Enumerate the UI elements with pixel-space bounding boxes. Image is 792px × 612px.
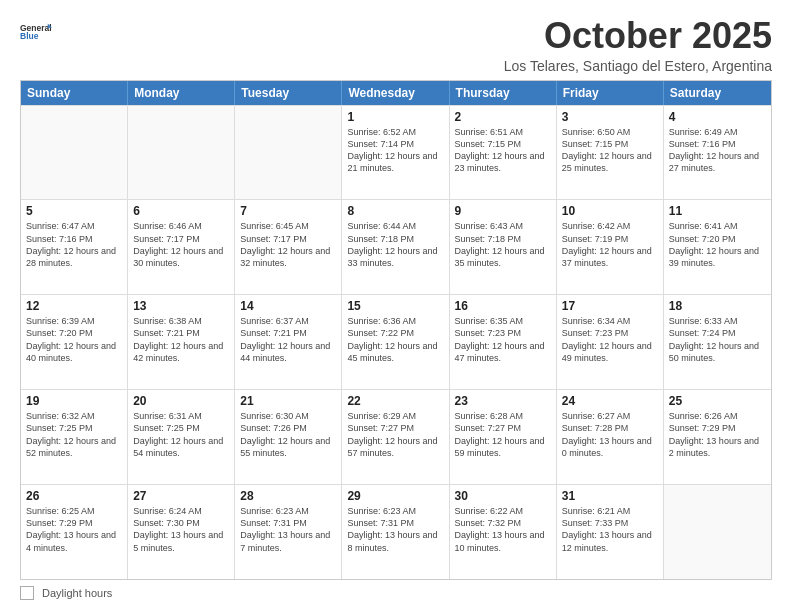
cal-header-sunday: Sunday — [21, 81, 128, 105]
day-number: 22 — [347, 394, 443, 408]
day-info: Sunrise: 6:50 AM Sunset: 7:15 PM Dayligh… — [562, 126, 658, 175]
cal-day-20: 20Sunrise: 6:31 AM Sunset: 7:25 PM Dayli… — [128, 390, 235, 484]
cal-day-empty — [235, 106, 342, 200]
cal-day-empty — [128, 106, 235, 200]
page: General Blue October 2025 Los Telares, S… — [0, 0, 792, 612]
day-info: Sunrise: 6:45 AM Sunset: 7:17 PM Dayligh… — [240, 220, 336, 269]
day-number: 25 — [669, 394, 766, 408]
cal-day-13: 13Sunrise: 6:38 AM Sunset: 7:21 PM Dayli… — [128, 295, 235, 389]
logo: General Blue — [20, 16, 52, 48]
cal-day-10: 10Sunrise: 6:42 AM Sunset: 7:19 PM Dayli… — [557, 200, 664, 294]
day-number: 31 — [562, 489, 658, 503]
day-info: Sunrise: 6:30 AM Sunset: 7:26 PM Dayligh… — [240, 410, 336, 459]
day-number: 6 — [133, 204, 229, 218]
cal-day-empty — [664, 485, 771, 579]
day-info: Sunrise: 6:42 AM Sunset: 7:19 PM Dayligh… — [562, 220, 658, 269]
day-number: 21 — [240, 394, 336, 408]
day-number: 9 — [455, 204, 551, 218]
day-info: Sunrise: 6:47 AM Sunset: 7:16 PM Dayligh… — [26, 220, 122, 269]
day-info: Sunrise: 6:28 AM Sunset: 7:27 PM Dayligh… — [455, 410, 551, 459]
day-number: 15 — [347, 299, 443, 313]
cal-day-18: 18Sunrise: 6:33 AM Sunset: 7:24 PM Dayli… — [664, 295, 771, 389]
cal-day-15: 15Sunrise: 6:36 AM Sunset: 7:22 PM Dayli… — [342, 295, 449, 389]
day-number: 27 — [133, 489, 229, 503]
day-info: Sunrise: 6:37 AM Sunset: 7:21 PM Dayligh… — [240, 315, 336, 364]
day-number: 13 — [133, 299, 229, 313]
cal-week-1: 5Sunrise: 6:47 AM Sunset: 7:16 PM Daylig… — [21, 199, 771, 294]
cal-day-14: 14Sunrise: 6:37 AM Sunset: 7:21 PM Dayli… — [235, 295, 342, 389]
day-number: 28 — [240, 489, 336, 503]
cal-day-7: 7Sunrise: 6:45 AM Sunset: 7:17 PM Daylig… — [235, 200, 342, 294]
day-info: Sunrise: 6:43 AM Sunset: 7:18 PM Dayligh… — [455, 220, 551, 269]
day-number: 12 — [26, 299, 122, 313]
subtitle: Los Telares, Santiago del Estero, Argent… — [504, 58, 772, 74]
day-number: 7 — [240, 204, 336, 218]
day-info: Sunrise: 6:34 AM Sunset: 7:23 PM Dayligh… — [562, 315, 658, 364]
day-info: Sunrise: 6:27 AM Sunset: 7:28 PM Dayligh… — [562, 410, 658, 459]
day-info: Sunrise: 6:21 AM Sunset: 7:33 PM Dayligh… — [562, 505, 658, 554]
cal-week-3: 19Sunrise: 6:32 AM Sunset: 7:25 PM Dayli… — [21, 389, 771, 484]
cal-header-tuesday: Tuesday — [235, 81, 342, 105]
day-number: 26 — [26, 489, 122, 503]
cal-header-wednesday: Wednesday — [342, 81, 449, 105]
day-number: 17 — [562, 299, 658, 313]
calendar: SundayMondayTuesdayWednesdayThursdayFrid… — [20, 80, 772, 580]
day-info: Sunrise: 6:44 AM Sunset: 7:18 PM Dayligh… — [347, 220, 443, 269]
cal-day-8: 8Sunrise: 6:44 AM Sunset: 7:18 PM Daylig… — [342, 200, 449, 294]
svg-text:Blue: Blue — [20, 31, 39, 41]
cal-day-4: 4Sunrise: 6:49 AM Sunset: 7:16 PM Daylig… — [664, 106, 771, 200]
cal-header-saturday: Saturday — [664, 81, 771, 105]
day-number: 1 — [347, 110, 443, 124]
cal-day-29: 29Sunrise: 6:23 AM Sunset: 7:31 PM Dayli… — [342, 485, 449, 579]
cal-day-12: 12Sunrise: 6:39 AM Sunset: 7:20 PM Dayli… — [21, 295, 128, 389]
day-number: 29 — [347, 489, 443, 503]
day-info: Sunrise: 6:41 AM Sunset: 7:20 PM Dayligh… — [669, 220, 766, 269]
day-info: Sunrise: 6:23 AM Sunset: 7:31 PM Dayligh… — [240, 505, 336, 554]
day-number: 23 — [455, 394, 551, 408]
day-info: Sunrise: 6:32 AM Sunset: 7:25 PM Dayligh… — [26, 410, 122, 459]
day-number: 4 — [669, 110, 766, 124]
day-number: 2 — [455, 110, 551, 124]
cal-week-2: 12Sunrise: 6:39 AM Sunset: 7:20 PM Dayli… — [21, 294, 771, 389]
day-info: Sunrise: 6:22 AM Sunset: 7:32 PM Dayligh… — [455, 505, 551, 554]
cal-day-19: 19Sunrise: 6:32 AM Sunset: 7:25 PM Dayli… — [21, 390, 128, 484]
day-number: 10 — [562, 204, 658, 218]
day-info: Sunrise: 6:39 AM Sunset: 7:20 PM Dayligh… — [26, 315, 122, 364]
cal-week-4: 26Sunrise: 6:25 AM Sunset: 7:29 PM Dayli… — [21, 484, 771, 579]
day-number: 20 — [133, 394, 229, 408]
cal-day-27: 27Sunrise: 6:24 AM Sunset: 7:30 PM Dayli… — [128, 485, 235, 579]
day-number: 8 — [347, 204, 443, 218]
footer-label: Daylight hours — [42, 587, 112, 599]
cal-day-30: 30Sunrise: 6:22 AM Sunset: 7:32 PM Dayli… — [450, 485, 557, 579]
day-info: Sunrise: 6:29 AM Sunset: 7:27 PM Dayligh… — [347, 410, 443, 459]
day-number: 14 — [240, 299, 336, 313]
cal-day-25: 25Sunrise: 6:26 AM Sunset: 7:29 PM Dayli… — [664, 390, 771, 484]
day-info: Sunrise: 6:52 AM Sunset: 7:14 PM Dayligh… — [347, 126, 443, 175]
cal-day-empty — [21, 106, 128, 200]
cal-day-1: 1Sunrise: 6:52 AM Sunset: 7:14 PM Daylig… — [342, 106, 449, 200]
day-number: 3 — [562, 110, 658, 124]
cal-day-21: 21Sunrise: 6:30 AM Sunset: 7:26 PM Dayli… — [235, 390, 342, 484]
day-info: Sunrise: 6:38 AM Sunset: 7:21 PM Dayligh… — [133, 315, 229, 364]
cal-day-16: 16Sunrise: 6:35 AM Sunset: 7:23 PM Dayli… — [450, 295, 557, 389]
day-info: Sunrise: 6:33 AM Sunset: 7:24 PM Dayligh… — [669, 315, 766, 364]
day-number: 18 — [669, 299, 766, 313]
day-info: Sunrise: 6:24 AM Sunset: 7:30 PM Dayligh… — [133, 505, 229, 554]
cal-day-23: 23Sunrise: 6:28 AM Sunset: 7:27 PM Dayli… — [450, 390, 557, 484]
day-number: 19 — [26, 394, 122, 408]
month-title: October 2025 — [504, 16, 772, 56]
cal-day-31: 31Sunrise: 6:21 AM Sunset: 7:33 PM Dayli… — [557, 485, 664, 579]
cal-header-friday: Friday — [557, 81, 664, 105]
cal-week-0: 1Sunrise: 6:52 AM Sunset: 7:14 PM Daylig… — [21, 105, 771, 200]
day-info: Sunrise: 6:25 AM Sunset: 7:29 PM Dayligh… — [26, 505, 122, 554]
cal-day-22: 22Sunrise: 6:29 AM Sunset: 7:27 PM Dayli… — [342, 390, 449, 484]
cal-header-monday: Monday — [128, 81, 235, 105]
day-info: Sunrise: 6:49 AM Sunset: 7:16 PM Dayligh… — [669, 126, 766, 175]
cal-day-2: 2Sunrise: 6:51 AM Sunset: 7:15 PM Daylig… — [450, 106, 557, 200]
cal-day-24: 24Sunrise: 6:27 AM Sunset: 7:28 PM Dayli… — [557, 390, 664, 484]
logo-svg: General Blue — [20, 16, 52, 48]
cal-day-26: 26Sunrise: 6:25 AM Sunset: 7:29 PM Dayli… — [21, 485, 128, 579]
day-number: 11 — [669, 204, 766, 218]
cal-day-28: 28Sunrise: 6:23 AM Sunset: 7:31 PM Dayli… — [235, 485, 342, 579]
day-info: Sunrise: 6:36 AM Sunset: 7:22 PM Dayligh… — [347, 315, 443, 364]
